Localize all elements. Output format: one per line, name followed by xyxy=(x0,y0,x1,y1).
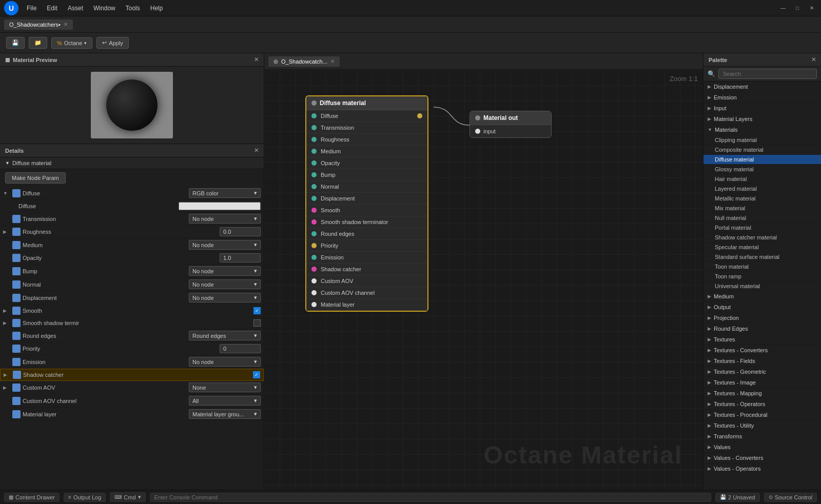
tab-close-icon[interactable]: ✕ xyxy=(64,22,68,27)
prop-dropdown-displacement[interactable]: No node ▾ xyxy=(189,293,261,303)
prop-dropdown-custom-aov[interactable]: None ▾ xyxy=(189,382,261,392)
palette-item-shadow-catcher[interactable]: Shadow catcher material xyxy=(703,233,821,243)
palette-item-layered[interactable]: Layered material xyxy=(703,184,821,194)
prop-dropdown-custom-aov-channel[interactable]: All ▾ xyxy=(189,396,261,406)
palette-section-textures-geometric[interactable]: ▶ Textures - Geometric xyxy=(703,367,821,377)
content-drawer-button[interactable]: ▦ Content Drawer xyxy=(4,493,60,502)
checkbox-smooth-shadow[interactable] xyxy=(253,319,261,327)
palette-item-toon-ramp[interactable]: Toon ramp xyxy=(703,272,821,281)
prop-dropdown-round-edges[interactable]: Round edges ▾ xyxy=(189,331,261,340)
color-swatch-diffuse[interactable] xyxy=(179,202,261,210)
palette-section-textures-utility[interactable]: ▶ Textures - Utility xyxy=(703,420,821,431)
expand-icon[interactable]: ▶ xyxy=(3,308,10,313)
menu-edit[interactable]: Edit xyxy=(43,4,62,13)
palette-item-composite[interactable]: Composite material xyxy=(703,145,821,155)
search-input[interactable] xyxy=(718,69,817,79)
canvas-area[interactable]: Zoom 1:1 Diffuse material Diffuse Transm… xyxy=(264,70,703,490)
node-pin-row-opacity: Opacity xyxy=(306,157,427,169)
prop-dropdown-emission[interactable]: No node ▾ xyxy=(189,357,261,367)
main-content: ▦ Material Preview ✕ Details ✕ ▼ Diffuse… xyxy=(0,53,821,490)
palette-item-clipping[interactable]: Clipping material xyxy=(703,135,821,145)
prop-input-opacity[interactable] xyxy=(220,253,261,263)
pin-label-round-edges: Round edges xyxy=(321,231,422,237)
main-tab[interactable]: O_Shadowcatchers• ✕ xyxy=(4,19,73,30)
palette-section-transforms[interactable]: ▶ Transforms xyxy=(703,431,821,442)
palette-section-values[interactable]: ▶ Values xyxy=(703,442,821,453)
palette-section-textures-image[interactable]: ▶ Textures - Image xyxy=(703,377,821,388)
palette-section-textures[interactable]: ▶ Textures xyxy=(703,334,821,345)
palette-section-values-operators[interactable]: ▶ Values - Operators xyxy=(703,463,821,474)
node-diffuse-material[interactable]: Diffuse material Diffuse Transmission Ro… xyxy=(305,95,428,312)
node-pin-row-displacement: Displacement xyxy=(306,193,427,205)
palette-item-glossy[interactable]: Glossy material xyxy=(703,165,821,174)
palette-section-textures-mapping[interactable]: ▶ Textures - Mapping xyxy=(703,388,821,399)
prop-dropdown-normal[interactable]: No node ▾ xyxy=(189,279,261,289)
palette-section-round-edges[interactable]: ▶ Round Edges xyxy=(703,324,821,334)
output-log-button[interactable]: ≡ Output Log xyxy=(64,493,106,502)
close-button[interactable]: ✕ xyxy=(807,3,817,13)
expand-icon[interactable]: ▼ xyxy=(3,191,10,196)
make-node-param-button[interactable]: Make Node Param xyxy=(5,172,66,184)
palette-item-mix[interactable]: Mix material xyxy=(703,204,821,213)
palette-item-metallic[interactable]: Metallic material xyxy=(703,194,821,204)
output-log-label: Output Log xyxy=(73,494,101,500)
palette-item-portal[interactable]: Portal material xyxy=(703,223,821,233)
minimize-button[interactable]: — xyxy=(778,3,788,13)
octane-button[interactable]: % Octane ▾ xyxy=(51,37,92,49)
pin-left-icon xyxy=(311,302,317,307)
menu-help[interactable]: Help xyxy=(146,4,167,13)
console-input[interactable] xyxy=(150,493,711,502)
expand-icon[interactable]: ▶ xyxy=(3,385,10,390)
canvas-tab[interactable]: ◎ O_Shadowcatch... ✕ xyxy=(268,56,340,67)
prop-input-roughness[interactable] xyxy=(220,227,261,236)
menu-asset[interactable]: Asset xyxy=(64,4,87,13)
details-close[interactable]: ✕ xyxy=(254,147,259,154)
palette-section-textures-converters[interactable]: ▶ Textures - Converters xyxy=(703,345,821,356)
palette-section-output[interactable]: ▶ Output xyxy=(703,302,821,313)
toolbar: 💾 📁 % Octane ▾ ↩ Apply xyxy=(0,33,821,53)
palette-item-standard-surface[interactable]: Standard surface material xyxy=(703,252,821,262)
node-material-out[interactable]: Material out input xyxy=(470,111,552,138)
palette-section-textures-procedural[interactable]: ▶ Textures - Procedural xyxy=(703,410,821,420)
prop-dropdown-material-layer[interactable]: Material layer grou... ▾ xyxy=(189,409,261,419)
palette-item-diffuse[interactable]: Diffuse material xyxy=(703,155,821,165)
checkbox-smooth[interactable] xyxy=(253,307,261,314)
checkbox-shadow-catcher[interactable] xyxy=(253,371,260,378)
palette-item-specular[interactable]: Specular material xyxy=(703,243,821,252)
folder-button[interactable]: 📁 xyxy=(29,37,47,49)
menu-window[interactable]: Window xyxy=(89,4,120,13)
palette-section-materials[interactable]: ▼ Materials xyxy=(703,125,821,135)
palette-section-medium[interactable]: ▶ Medium xyxy=(703,291,821,302)
menu-tools[interactable]: Tools xyxy=(122,4,144,13)
unsaved-button[interactable]: 💾 2 Unsaved xyxy=(715,493,760,502)
palette-section-values-converters[interactable]: ▶ Values - Converters xyxy=(703,453,821,463)
prop-input-priority[interactable] xyxy=(220,344,261,353)
source-control-button[interactable]: ⊙ Source Control xyxy=(764,493,817,502)
cmd-button[interactable]: ⌨ Cmd ▾ xyxy=(110,492,145,502)
prop-dropdown-diffuse[interactable]: RGB color ▾ xyxy=(189,188,261,198)
prop-dropdown-medium[interactable]: No node ▾ xyxy=(189,240,261,250)
expand-icon[interactable]: ▶ xyxy=(4,372,11,377)
palette-section-material-layers[interactable]: ▶ Material Layers xyxy=(703,114,821,125)
palette-section-input[interactable]: ▶ Input xyxy=(703,103,821,114)
palette-item-hair[interactable]: Hair material xyxy=(703,174,821,184)
expand-icon[interactable]: ▶ xyxy=(3,229,10,234)
menu-file[interactable]: File xyxy=(23,4,41,13)
expand-icon[interactable]: ▶ xyxy=(3,320,10,326)
palette-section-textures-operators[interactable]: ▶ Textures - Operators xyxy=(703,399,821,410)
palette-item-universal[interactable]: Universal material xyxy=(703,281,821,291)
save-button[interactable]: 💾 xyxy=(6,37,25,49)
canvas-tab-close-icon[interactable]: ✕ xyxy=(330,58,335,64)
maximize-button[interactable]: □ xyxy=(792,3,803,13)
palette-section-textures-fields[interactable]: ▶ Textures - Fields xyxy=(703,356,821,367)
palette-section-projection[interactable]: ▶ Projection xyxy=(703,313,821,324)
palette-item-null[interactable]: Null material xyxy=(703,213,821,223)
apply-button[interactable]: ↩ Apply xyxy=(96,37,129,49)
material-preview-close[interactable]: ✕ xyxy=(254,56,259,63)
prop-dropdown-transmission[interactable]: No node ▾ xyxy=(189,214,261,224)
palette-section-displacement[interactable]: ▶ Displacement xyxy=(703,82,821,92)
palette-section-emission[interactable]: ▶ Emission xyxy=(703,92,821,103)
prop-dropdown-bump[interactable]: No node ▾ xyxy=(189,266,261,276)
palette-item-toon[interactable]: Toon material xyxy=(703,262,821,272)
palette-close[interactable]: ✕ xyxy=(811,56,816,63)
